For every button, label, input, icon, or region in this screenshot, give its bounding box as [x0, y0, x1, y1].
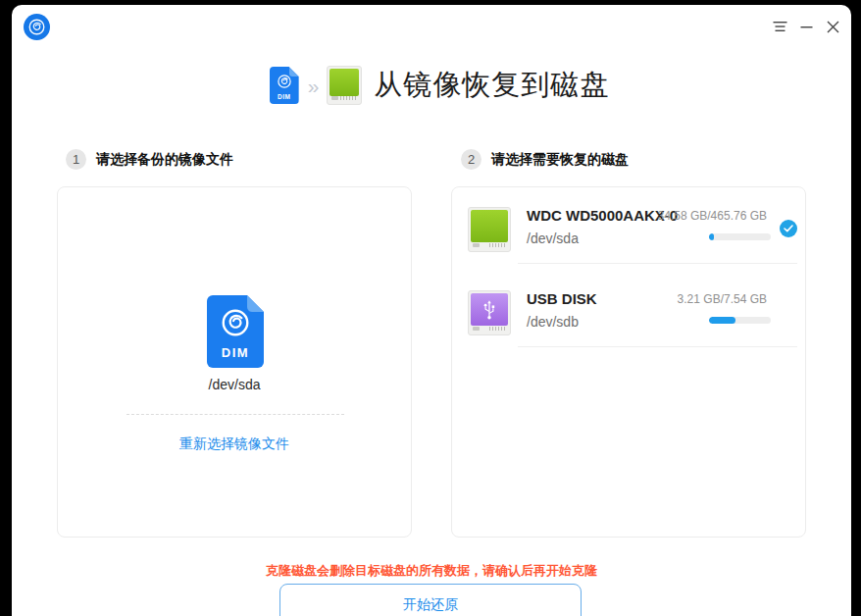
chevron-right-icon: »	[308, 76, 320, 96]
dashed-divider	[127, 414, 344, 415]
usb-icon	[468, 290, 511, 335]
start-restore-button[interactable]: 开始还原	[279, 584, 582, 616]
window-controls	[768, 15, 844, 38]
step-2-label: 请选择需要恢复的磁盘	[491, 151, 629, 169]
app-logo-icon	[24, 14, 50, 40]
desktop-background: DIM » 从镜像恢复到磁盘 1 请选择备份的镜像文件 2 请选择需要恢复的磁盘	[0, 0, 861, 616]
swirl-logo-icon	[277, 74, 292, 93]
image-file-panel: DIM /dev/sda 重新选择镜像文件	[57, 186, 412, 538]
disk-usage-fill	[709, 233, 714, 240]
dim-badge-label: DIM	[207, 345, 264, 360]
disk-name: USB DISK	[527, 290, 597, 307]
swirl-logo-icon	[220, 307, 251, 342]
disk-row-sda[interactable]: WDC WD5000AAKX-0 /dev/sda 34.58 GB/465.7…	[452, 187, 805, 264]
disk-usage: 34.58 GB/465.76 GB	[658, 209, 767, 223]
close-icon[interactable]	[821, 15, 844, 38]
disk-row-sdb[interactable]: USB DISK /dev/sdb 3.21 GB/7.54 GB	[452, 264, 805, 347]
page-header: DIM » 从镜像恢复到磁盘	[20, 66, 851, 105]
dim-badge-label: DIM	[270, 93, 299, 100]
row-divider	[518, 346, 797, 347]
step-2-number: 2	[461, 149, 481, 170]
target-disk-icon	[327, 66, 362, 105]
step-1-label: 请选择备份的镜像文件	[96, 151, 233, 169]
step-2: 2 请选择需要恢复的磁盘	[461, 149, 629, 170]
titlebar	[12, 5, 851, 54]
dim-file-icon: DIM	[270, 67, 299, 104]
disk-device: /dev/sdb	[527, 314, 579, 330]
selected-image-file-icon: DIM	[207, 295, 264, 368]
minimize-icon[interactable]	[794, 15, 818, 38]
disk-list-panel: WDC WD5000AAKX-0 /dev/sda 34.58 GB/465.7…	[451, 186, 806, 538]
disk-usage-bar	[709, 317, 771, 324]
page-title: 从镜像恢复到磁盘	[374, 66, 609, 105]
selected-check-icon	[780, 220, 797, 237]
hdd-icon	[468, 207, 511, 252]
disk-usage-fill	[709, 317, 735, 324]
image-file-path: /dev/sda	[58, 377, 411, 392]
disk-usage-bar	[709, 233, 771, 240]
step-1: 1 请选择备份的镜像文件	[66, 149, 233, 170]
step-1-number: 1	[66, 149, 86, 170]
menu-icon[interactable]	[768, 15, 791, 38]
disk-usage: 3.21 GB/7.54 GB	[678, 292, 767, 306]
disk-name: WDC WD5000AAKX-0	[527, 207, 678, 224]
app-window: DIM » 从镜像恢复到磁盘 1 请选择备份的镜像文件 2 请选择需要恢复的磁盘	[12, 5, 851, 616]
reselect-image-link[interactable]: 重新选择镜像文件	[58, 436, 411, 453]
disk-device: /dev/sda	[527, 231, 579, 246]
warning-text: 克隆磁盘会删除目标磁盘的所有数据，请确认后再开始克隆	[12, 562, 851, 580]
